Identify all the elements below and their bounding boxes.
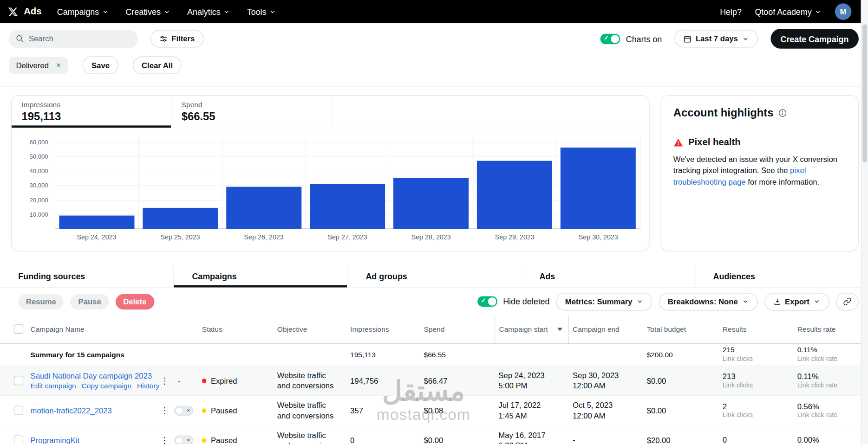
row-menu-kebab[interactable]: ⋮: [159, 405, 170, 415]
save-button[interactable]: Save: [83, 57, 118, 74]
header-results[interactable]: Results: [718, 325, 793, 333]
nav-tools[interactable]: Tools: [247, 7, 276, 16]
header-campaign-start-label: Campaign start: [499, 325, 548, 333]
create-campaign-button[interactable]: Create Campaign: [770, 29, 859, 49]
row-checkbox[interactable]: [14, 436, 23, 444]
metrics-dropdown[interactable]: Metrics: Summary: [556, 293, 653, 310]
chart-bar: [59, 215, 134, 229]
summary-row: Summary for 15 campaigns 195,113 $66.55 …: [0, 344, 868, 366]
spend-cell: $0.08: [420, 406, 495, 415]
bars-layer: [55, 136, 640, 229]
chart-bar: [226, 187, 301, 229]
y-axis-label: 30,000: [15, 182, 48, 188]
export-label: Export: [785, 297, 809, 306]
spend-cell: $66.47: [420, 376, 495, 385]
x-axis-label: Sep 25, 2023: [138, 233, 222, 241]
table-header: Campaign Name Status Objective Impressio…: [0, 315, 868, 344]
tab-impressions[interactable]: Impressions 195,113: [12, 96, 171, 128]
bar-slot: [306, 136, 389, 229]
status-dot: [202, 378, 207, 383]
nav-campaigns-label: Campaigns: [57, 7, 99, 16]
header-status[interactable]: Status: [198, 325, 273, 333]
filters-button[interactable]: Filters: [150, 30, 203, 47]
summary-spend: $66.55: [420, 350, 495, 359]
search-input[interactable]: [29, 34, 131, 43]
bar-slot: [473, 136, 556, 229]
account-highlights-card: Account highlights Pixel health We've de…: [660, 95, 858, 251]
close-icon: ✕: [187, 438, 190, 443]
clear-all-button[interactable]: Clear All: [133, 57, 182, 74]
chevron-down-icon: [223, 8, 230, 15]
header-campaign-name[interactable]: Campaign Name: [26, 325, 159, 333]
select-all-checkbox[interactable]: [14, 324, 23, 334]
bar-slot: [556, 136, 640, 229]
close-icon[interactable]: ✕: [56, 62, 61, 69]
nav-creatives[interactable]: Creatives: [125, 7, 170, 16]
campaign-active-toggle[interactable]: ✕: [174, 405, 193, 415]
tab-spend[interactable]: Spend $66.55: [171, 96, 331, 128]
chevron-down-icon: [813, 298, 820, 305]
date-range-button[interactable]: Last 7 days: [675, 30, 758, 47]
x-logo[interactable]: [8, 6, 19, 17]
header-results-rate[interactable]: Results rate: [793, 325, 868, 333]
filter-chip-delivered[interactable]: Delivered ✕: [9, 57, 68, 74]
resume-button[interactable]: Resume: [18, 294, 64, 309]
summary-label: Summary for 15 campaigns: [26, 350, 159, 359]
nav-analytics[interactable]: Analytics: [187, 7, 230, 16]
tab-audiences[interactable]: Audiences: [695, 264, 868, 288]
table-row: ProgramingKit ⋮ ✕ Paused Website traffic…: [0, 425, 868, 444]
summary-results-sub: Link clicks: [723, 355, 793, 364]
nav-right: Help? Qtoof Academy M: [720, 3, 851, 20]
bar-slot: [222, 136, 306, 229]
table-toolbar: Resume Pause Delete ✓ Hide deleted Metri…: [0, 288, 868, 315]
app-screen: Ads Campaigns Creatives Analytics Tools …: [0, 0, 868, 444]
avatar[interactable]: M: [835, 3, 852, 20]
header-campaign-start[interactable]: Campaign start: [495, 315, 569, 343]
delete-button[interactable]: Delete: [116, 294, 154, 309]
charts-toggle-group: ✓ Charts on: [600, 33, 662, 44]
row-actions: Edit campaign Copy campaign History: [31, 382, 160, 390]
charts-toggle[interactable]: ✓: [600, 33, 620, 44]
campaign-name-link[interactable]: motion-trafic2022_2023: [31, 406, 160, 415]
summary-impressions: 195,113: [346, 350, 420, 359]
y-axis-label: 20,000: [15, 197, 48, 203]
campaign-name-link[interactable]: Saudi National Day campaign 2023: [31, 371, 160, 380]
copy-link-button[interactable]: [836, 293, 859, 310]
row-menu-kebab[interactable]: ⋮: [159, 435, 170, 444]
edit-campaign-link[interactable]: Edit campaign: [31, 382, 76, 390]
tab-funding-sources[interactable]: Funding sources: [0, 264, 174, 288]
status-label: Paused: [211, 406, 237, 415]
row-menu-kebab[interactable]: ⋮: [159, 375, 170, 385]
sort-caret-icon: [557, 328, 563, 331]
chevron-down-icon: [742, 35, 749, 42]
y-axis-label: 60,000: [15, 138, 48, 145]
export-button[interactable]: Export: [764, 293, 829, 310]
pause-button[interactable]: Pause: [71, 294, 109, 309]
nav-help[interactable]: Help?: [720, 7, 742, 16]
tab-ads[interactable]: Ads: [521, 264, 695, 288]
header-objective[interactable]: Objective: [274, 325, 346, 333]
campaign-end-cell: Sep 30, 202312:00 AM: [569, 371, 643, 391]
info-icon[interactable]: [778, 109, 787, 117]
header-total-budget[interactable]: Total budget: [643, 325, 718, 333]
header-campaign-end[interactable]: Campaign end: [569, 325, 643, 333]
scrollbar-thumb[interactable]: [862, 24, 867, 162]
campaign-active-toggle[interactable]: ✕: [174, 435, 193, 444]
hide-deleted-toggle[interactable]: ✓: [477, 296, 497, 307]
impressions-tab-value: 195,113: [21, 110, 171, 122]
tab-ad-groups[interactable]: Ad groups: [347, 264, 521, 288]
tab-campaigns[interactable]: Campaigns: [174, 264, 347, 288]
nav-campaigns[interactable]: Campaigns: [57, 7, 109, 16]
history-link[interactable]: History: [137, 382, 159, 390]
row-checkbox[interactable]: [14, 376, 23, 385]
y-axis-label: 10,000: [15, 211, 48, 218]
campaign-end-cell: Oct 5, 202312:00 AM: [569, 400, 643, 420]
header-impressions[interactable]: Impressions: [346, 325, 420, 333]
copy-campaign-link[interactable]: Copy campaign: [82, 382, 132, 390]
breakdowns-dropdown[interactable]: Breakdowns: None: [659, 293, 758, 310]
campaign-name-link[interactable]: ProgramingKit: [31, 436, 160, 444]
header-spend[interactable]: Spend: [420, 325, 495, 333]
row-checkbox[interactable]: [14, 405, 23, 415]
nav-account-menu[interactable]: Qtoof Academy: [755, 7, 822, 16]
scrollbar[interactable]: [861, 0, 868, 444]
